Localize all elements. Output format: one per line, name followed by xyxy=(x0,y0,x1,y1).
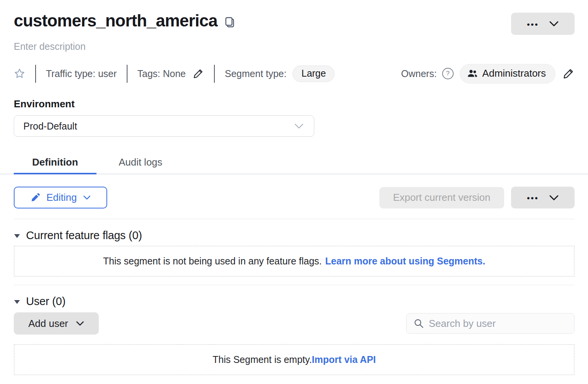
add-user-button[interactable]: Add user xyxy=(14,312,99,335)
segment-type-label: Segment type: xyxy=(225,68,286,79)
tab-definition[interactable]: Definition xyxy=(14,151,96,174)
section-divider xyxy=(14,285,575,285)
import-via-api-link[interactable]: Import via API xyxy=(312,354,376,365)
tab-audit-logs[interactable]: Audit logs xyxy=(100,151,181,174)
segment-detail-page: customers_north_america ••• Enter descri… xyxy=(0,0,588,384)
chevron-down-icon xyxy=(549,21,559,27)
user-empty-text: This Segment is empty. xyxy=(212,354,312,365)
environment-label: Environment xyxy=(14,98,575,110)
tab-bar: Definition Audit logs xyxy=(0,151,588,174)
learn-more-segments-link[interactable]: Learn more about using Segments. xyxy=(325,256,485,267)
user-section-header[interactable]: User (0) xyxy=(14,295,575,308)
editing-label: Editing xyxy=(46,192,77,203)
environment-selected-value: Prod-Default xyxy=(23,121,77,132)
segment-type-badge: Large xyxy=(292,66,335,82)
edit-owners-pencil-icon[interactable] xyxy=(562,67,575,80)
chevron-down-icon xyxy=(76,321,84,326)
user-search-box xyxy=(406,313,575,334)
definition-more-actions-button[interactable]: ••• xyxy=(511,187,575,208)
header-more-actions-button[interactable]: ••• xyxy=(511,13,575,35)
chevron-down-icon xyxy=(549,195,559,201)
owners-label: Owners: xyxy=(401,68,437,79)
traffic-type-label: Traffic type: user xyxy=(46,68,117,79)
pencil-icon xyxy=(30,193,40,203)
page-header: customers_north_america ••• xyxy=(14,11,575,35)
feature-flags-empty-state: This segment is not being used in any fe… xyxy=(14,246,575,277)
user-section-title: User (0) xyxy=(26,295,65,308)
edit-tags-pencil-icon[interactable] xyxy=(193,68,204,79)
definition-toolbar: Editing Export current version ••• xyxy=(14,187,575,208)
ellipsis-icon: ••• xyxy=(527,193,539,202)
search-icon xyxy=(413,318,424,329)
tags-group: Tags: None xyxy=(137,68,204,79)
owners-group: Owners: ? Administrators xyxy=(401,64,575,84)
tags-label: Tags: None xyxy=(137,68,186,79)
chevron-down-icon xyxy=(83,195,91,200)
editing-mode-button[interactable]: Editing xyxy=(14,187,107,208)
feature-flags-empty-text: This segment is not being used in any fe… xyxy=(103,256,322,267)
segment-type-group: Segment type: Large xyxy=(225,66,335,82)
meta-row: Traffic type: user Tags: None Segment ty… xyxy=(14,65,575,82)
user-empty-state: This Segment is empty. Import via API xyxy=(14,344,575,375)
copy-icon[interactable] xyxy=(224,16,235,28)
environment-select[interactable]: Prod-Default xyxy=(14,115,314,137)
section-divider xyxy=(14,219,575,219)
divider xyxy=(127,65,127,83)
owners-chip[interactable]: Administrators xyxy=(460,64,555,84)
favorite-star-icon[interactable] xyxy=(14,68,25,79)
chevron-down-icon xyxy=(294,123,304,129)
owners-help-icon[interactable]: ? xyxy=(442,68,454,79)
user-search-input[interactable] xyxy=(429,318,567,330)
feature-flags-section-header[interactable]: Current feature flags (0) xyxy=(14,229,575,242)
owners-value: Administrators xyxy=(482,67,546,79)
divider xyxy=(214,65,215,83)
description-placeholder[interactable]: Enter description xyxy=(14,41,575,52)
group-icon xyxy=(467,68,478,79)
divider xyxy=(35,65,36,83)
add-user-label: Add user xyxy=(28,318,68,330)
user-toolbar: Add user xyxy=(14,312,575,335)
ellipsis-icon: ••• xyxy=(527,20,539,28)
caret-down-icon xyxy=(14,234,20,238)
caret-down-icon xyxy=(14,300,20,304)
feature-flags-section-title: Current feature flags (0) xyxy=(26,229,142,242)
export-current-version-button[interactable]: Export current version xyxy=(379,187,504,208)
page-title: customers_north_america xyxy=(14,11,217,31)
